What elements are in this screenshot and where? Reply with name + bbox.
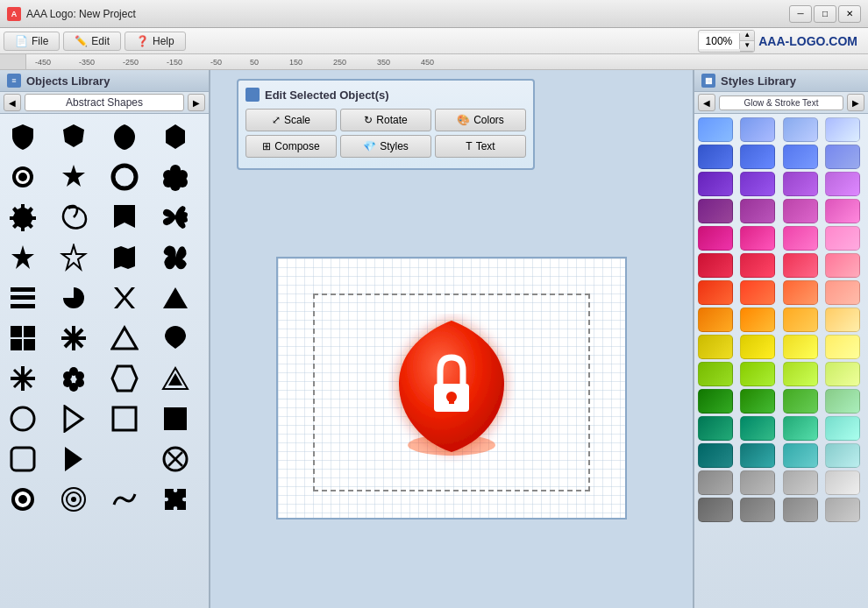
shape-asterisk[interactable] xyxy=(54,319,93,357)
shape-shield-pentagon[interactable] xyxy=(54,117,93,156)
shape-bookmark[interactable] xyxy=(105,198,144,237)
shape-grid-square[interactable] xyxy=(4,319,42,357)
style-swatch-39[interactable] xyxy=(825,362,860,386)
style-swatch-56[interactable] xyxy=(698,498,733,522)
style-swatch-37[interactable] xyxy=(740,362,775,386)
shape-bullseye[interactable] xyxy=(4,480,42,519)
shape-triangle-up[interactable] xyxy=(105,319,144,357)
style-swatch-53[interactable] xyxy=(740,470,775,495)
shape-puzzle[interactable] xyxy=(156,480,195,519)
styles-nav-prev[interactable]: ◀ xyxy=(698,94,715,111)
style-swatch-43[interactable] xyxy=(825,389,860,414)
style-swatch-8[interactable] xyxy=(698,172,733,196)
canvas-logo[interactable] xyxy=(381,314,522,463)
style-swatch-28[interactable] xyxy=(698,308,733,332)
style-swatch-16[interactable] xyxy=(698,226,733,251)
shape-circle-cut[interactable] xyxy=(54,279,93,317)
style-swatch-0[interactable] xyxy=(698,117,733,142)
style-swatch-19[interactable] xyxy=(825,226,860,251)
style-swatch-48[interactable] xyxy=(698,443,733,468)
style-swatch-58[interactable] xyxy=(783,498,818,522)
compose-button[interactable]: ⊞ Compose xyxy=(245,135,337,158)
shape-play-solid[interactable] xyxy=(54,440,93,478)
style-swatch-18[interactable] xyxy=(783,226,818,251)
style-swatch-26[interactable] xyxy=(783,280,818,305)
rotate-button[interactable]: ↻ Rotate xyxy=(340,109,431,131)
style-swatch-46[interactable] xyxy=(783,416,818,441)
shape-shield-hexagon[interactable] xyxy=(156,117,195,156)
shape-cross-circle[interactable] xyxy=(156,440,195,478)
style-swatch-3[interactable] xyxy=(825,117,860,142)
shape-square-fill[interactable] xyxy=(156,399,195,438)
style-swatch-23[interactable] xyxy=(825,253,860,278)
shape-badge-star[interactable] xyxy=(54,158,93,196)
style-swatch-2[interactable] xyxy=(783,117,818,142)
shape-flower2[interactable] xyxy=(54,359,93,398)
shape-square-hollow[interactable] xyxy=(105,399,144,438)
style-swatch-35[interactable] xyxy=(825,335,860,359)
shape-map[interactable] xyxy=(105,238,144,277)
style-swatch-21[interactable] xyxy=(740,253,775,278)
style-swatch-1[interactable] xyxy=(740,117,775,142)
style-swatch-9[interactable] xyxy=(740,172,775,196)
shape-rounded-square[interactable] xyxy=(4,440,42,478)
nav-next-button[interactable]: ▶ xyxy=(188,94,205,111)
canvas-board[interactable] xyxy=(276,257,627,520)
shape-badge-round[interactable] xyxy=(4,158,42,196)
style-swatch-13[interactable] xyxy=(740,199,775,223)
style-swatch-30[interactable] xyxy=(783,308,818,332)
style-swatch-17[interactable] xyxy=(740,226,775,251)
zoom-out-button[interactable]: ▼ xyxy=(740,41,754,52)
shape-circle[interactable] xyxy=(4,399,42,438)
nav-prev-button[interactable]: ◀ xyxy=(4,94,21,111)
style-swatch-14[interactable] xyxy=(783,199,818,223)
style-swatch-34[interactable] xyxy=(783,335,818,359)
style-swatch-42[interactable] xyxy=(783,389,818,414)
menu-help[interactable]: ❓ Help xyxy=(125,32,186,51)
shape-pinwheel[interactable] xyxy=(156,238,195,277)
style-swatch-36[interactable] xyxy=(698,362,733,386)
style-swatch-25[interactable] xyxy=(740,280,775,305)
style-swatch-57[interactable] xyxy=(740,498,775,522)
shape-windmill[interactable] xyxy=(156,198,195,237)
style-swatch-20[interactable] xyxy=(698,253,733,278)
style-swatch-50[interactable] xyxy=(783,443,818,468)
style-swatch-49[interactable] xyxy=(740,443,775,468)
shape-ring[interactable] xyxy=(105,158,144,196)
style-swatch-51[interactable] xyxy=(825,443,860,468)
shape-teardrop[interactable] xyxy=(156,319,195,357)
shape-triangle-fill[interactable] xyxy=(156,279,195,317)
colors-button[interactable]: 🎨 Colors xyxy=(435,109,526,131)
menu-file[interactable]: 📄 File xyxy=(4,32,60,51)
shape-star-outline[interactable] xyxy=(54,238,93,277)
style-swatch-45[interactable] xyxy=(740,416,775,441)
style-swatch-44[interactable] xyxy=(698,416,733,441)
style-swatch-24[interactable] xyxy=(698,280,733,305)
shape-play-right[interactable] xyxy=(54,399,93,438)
shape-shield-round[interactable] xyxy=(105,117,144,156)
styles-nav-next[interactable]: ▶ xyxy=(847,94,864,111)
style-swatch-6[interactable] xyxy=(783,145,818,169)
style-swatch-22[interactable] xyxy=(783,253,818,278)
shape-moon[interactable] xyxy=(105,440,144,478)
style-swatch-32[interactable] xyxy=(698,335,733,359)
style-swatch-47[interactable] xyxy=(825,416,860,441)
shape-shield-badge[interactable] xyxy=(4,117,42,156)
close-button[interactable]: ✕ xyxy=(838,5,861,23)
style-swatch-31[interactable] xyxy=(825,308,860,332)
shape-cross-x[interactable] xyxy=(105,279,144,317)
maximize-button[interactable]: □ xyxy=(814,5,836,23)
shape-target[interactable] xyxy=(54,480,93,519)
style-swatch-15[interactable] xyxy=(825,199,860,223)
shape-star5[interactable] xyxy=(4,238,42,277)
style-swatch-40[interactable] xyxy=(698,389,733,414)
style-swatch-59[interactable] xyxy=(825,498,860,522)
shape-spiral[interactable] xyxy=(54,198,93,237)
shape-flower[interactable] xyxy=(156,158,195,196)
style-swatch-5[interactable] xyxy=(740,145,775,169)
style-swatch-54[interactable] xyxy=(783,470,818,495)
style-swatch-4[interactable] xyxy=(698,145,733,169)
shape-snowflake[interactable] xyxy=(4,359,42,398)
style-swatch-52[interactable] xyxy=(698,470,733,495)
style-swatch-12[interactable] xyxy=(698,199,733,223)
